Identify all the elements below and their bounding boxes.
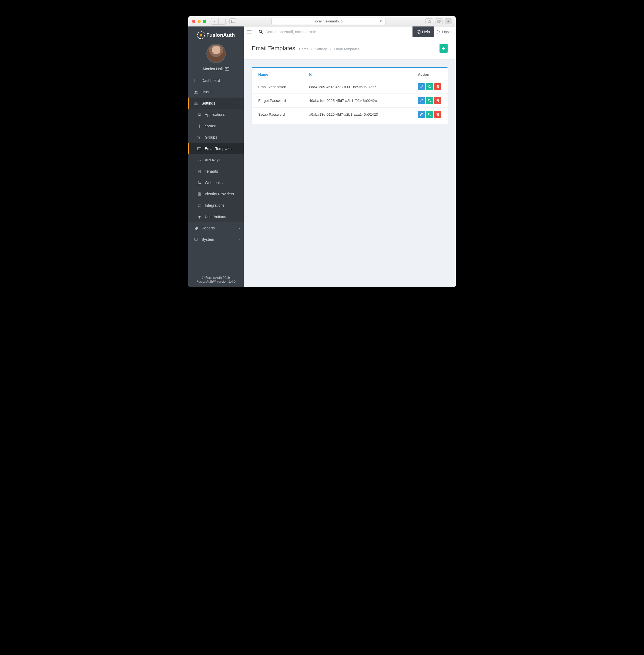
back-button[interactable]: ‹: [211, 18, 218, 24]
nav-label: Groups: [205, 135, 217, 139]
svg-rect-30: [200, 171, 200, 172]
cell-actions: [411, 94, 447, 108]
cell-id: 8da42c09-461c-45f3-b931-6e9f63b87ab5: [303, 80, 412, 94]
table-row: Forgot Password49aba1de-0225-45d7-a2b1-f…: [252, 94, 447, 108]
svg-point-45: [429, 86, 430, 88]
chevron-down-icon: ⌄: [237, 101, 240, 105]
search-icon: [259, 30, 263, 34]
templates-card: Name Id Action Email Verification8da42c0…: [252, 67, 447, 124]
key-icon: [197, 158, 202, 162]
username-row: Monica Hall: [188, 67, 244, 75]
tabs-button[interactable]: [435, 18, 443, 24]
logo: FusionAuth: [188, 26, 244, 42]
nav-applications[interactable]: Applications: [188, 109, 244, 120]
idcard-icon[interactable]: [225, 67, 229, 70]
monitor-icon: [194, 238, 198, 241]
help-label: Help: [422, 30, 430, 34]
svg-line-40: [261, 32, 263, 34]
reload-icon[interactable]: ⟳: [380, 19, 383, 23]
nav-webhooks[interactable]: Webhooks: [188, 177, 244, 188]
nav-label: Tenants: [205, 169, 218, 174]
nav-reports[interactable]: Reports ‹: [188, 222, 244, 234]
trophy-icon: [197, 215, 202, 219]
delete-button[interactable]: [434, 111, 441, 118]
delete-button[interactable]: [434, 97, 441, 104]
nav-system-menu[interactable]: System ‹: [188, 234, 244, 245]
nav-user-actions[interactable]: User Actions: [188, 211, 244, 222]
envelope-icon: [197, 147, 202, 150]
nav-identity-providers[interactable]: Identity Providers: [188, 188, 244, 200]
col-id[interactable]: Id: [303, 68, 412, 80]
page-header: Email Templates Home / Settings / Email …: [244, 37, 456, 60]
nav-label: System: [205, 124, 217, 128]
minimize-window-icon[interactable]: [198, 20, 201, 23]
maximize-window-icon[interactable]: [203, 20, 206, 23]
edit-button[interactable]: [418, 111, 425, 118]
sidebar: FusionAuth Monica Hall Dashboard Users: [188, 26, 244, 287]
add-button[interactable]: [439, 44, 447, 53]
svg-point-49: [429, 113, 430, 115]
browser-chrome: ‹ › local.fusionauth.io ⟳ +: [188, 16, 456, 26]
nav-dashboard[interactable]: Dashboard: [188, 75, 244, 86]
share-button[interactable]: [426, 18, 433, 24]
svg-point-8: [197, 91, 198, 92]
col-action: Action: [411, 68, 447, 80]
chart-icon: [194, 226, 198, 230]
svg-point-15: [199, 126, 200, 127]
cell-name: Setup Password: [252, 108, 303, 124]
svg-point-14: [196, 104, 197, 105]
search-input[interactable]: [266, 30, 409, 34]
breadcrumb-settings[interactable]: Settings: [315, 47, 327, 51]
breadcrumb-home[interactable]: Home: [299, 47, 308, 51]
delete-button[interactable]: [434, 83, 441, 90]
cell-actions: [411, 108, 447, 124]
edit-button[interactable]: [418, 83, 425, 90]
nav-tenants[interactable]: Tenants: [188, 166, 244, 177]
nav-label: Integrations: [205, 203, 225, 207]
view-button[interactable]: [426, 83, 433, 90]
edit-button[interactable]: [418, 97, 425, 104]
nav-settings[interactable]: Settings ⌄: [188, 97, 244, 109]
table-row: Email Verification8da42c09-461c-45f3-b93…: [252, 80, 447, 94]
users-icon: [194, 90, 198, 93]
address-bar[interactable]: local.fusionauth.io ⟳: [272, 18, 386, 25]
breadcrumb-sep: /: [311, 47, 312, 51]
svg-point-7: [195, 91, 196, 92]
logout-button[interactable]: Logout: [434, 26, 456, 37]
nav-label: User Actions: [205, 214, 226, 219]
nav-email-templates[interactable]: Email Templates: [188, 143, 244, 154]
building-icon: [197, 170, 202, 173]
svg-rect-26: [198, 170, 201, 173]
sidebar-footer: © FusionAuth 2019 FusionAuth™ version 1.…: [188, 273, 244, 287]
help-button[interactable]: ? Help: [413, 26, 434, 37]
brand-text: FusionAuth: [206, 32, 235, 38]
forward-button[interactable]: ›: [218, 18, 225, 24]
svg-rect-27: [199, 171, 199, 171]
svg-rect-28: [200, 171, 200, 171]
new-tab-button[interactable]: +: [445, 18, 452, 24]
collapse-sidebar-button[interactable]: [244, 26, 255, 37]
close-window-icon[interactable]: [192, 20, 195, 23]
svg-rect-17: [200, 136, 201, 137]
chevron-left-icon: ‹: [239, 227, 240, 230]
nav-api-keys[interactable]: API Keys: [188, 154, 244, 166]
nav-label: System: [202, 237, 214, 242]
nav-users[interactable]: Users: [188, 86, 244, 97]
nav-groups[interactable]: Groups: [188, 132, 244, 143]
col-name[interactable]: Name: [252, 68, 303, 80]
groups-icon: [197, 136, 202, 139]
nav-arrows: ‹ ›: [211, 18, 226, 25]
avatar[interactable]: [206, 44, 226, 63]
cell-actions: [411, 80, 447, 94]
nav-label: Webhooks: [205, 181, 223, 185]
view-button[interactable]: [426, 97, 433, 104]
view-button[interactable]: [426, 111, 433, 118]
nav-label: Email Templates: [205, 146, 232, 151]
cell-name: Email Verification: [252, 80, 303, 94]
nav-system[interactable]: System: [188, 120, 244, 132]
gear-icon: [197, 124, 202, 128]
sliders-icon: [194, 101, 198, 105]
svg-point-10: [195, 102, 196, 103]
nav-integrations[interactable]: Integrations: [188, 200, 244, 211]
sidebar-button[interactable]: [229, 18, 237, 24]
